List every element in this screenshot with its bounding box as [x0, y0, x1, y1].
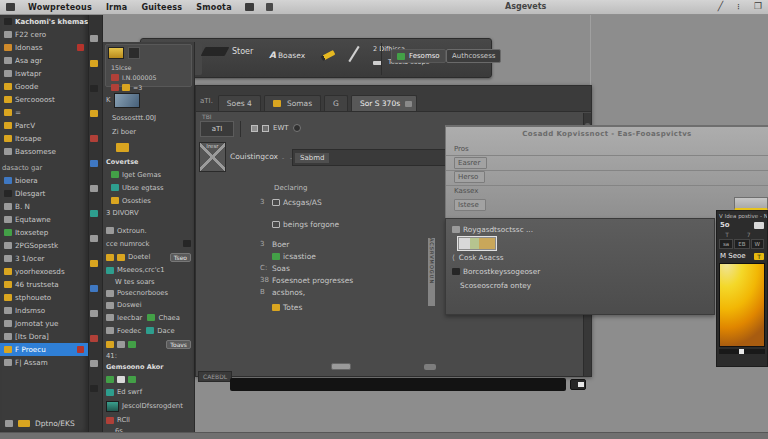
sidebar-item[interactable]: Indsmso [0, 304, 88, 317]
tree-item[interactable]: Ed swrf [103, 386, 194, 398]
sidebar-item[interactable]: stphoueto [0, 291, 88, 304]
timeline-bar[interactable] [230, 378, 566, 391]
tree-item[interactable]: Mseeos,crc'c1 [103, 264, 194, 276]
window-minimize-icon[interactable]: ╱ [718, 1, 723, 11]
sidebar-item[interactable]: F Proecu [0, 343, 88, 356]
action-icon[interactable] [183, 240, 191, 247]
tree-item[interactable]: K [103, 89, 194, 111]
preview-scrollbar[interactable] [719, 349, 765, 354]
sidebar-item[interactable]: Jomotat yue [0, 317, 88, 330]
timeline-handle-secondary[interactable] [424, 364, 436, 370]
window-close-icon[interactable]: ❐ [754, 1, 762, 11]
sidebar-item[interactable]: 2PGSopestk [0, 239, 88, 252]
tree-row-button[interactable]: Toavs [166, 340, 191, 349]
sidebar-item[interactable]: F22 cero [0, 28, 88, 41]
timeline-handle[interactable] [331, 363, 351, 370]
sidebar-item[interactable]: [Its Dora] [0, 330, 88, 343]
picker-icon[interactable] [754, 222, 764, 229]
menu-edit[interactable]: Irma [99, 3, 134, 12]
sidebar-bottom-item[interactable]: Dptno/EKS [0, 419, 89, 428]
tree-item[interactable]: Zi boer [103, 125, 194, 138]
document-tab[interactable]: Sor S 370s [351, 95, 417, 111]
tree-item[interactable] [103, 138, 194, 156]
menu-view[interactable]: Guiteess [134, 3, 189, 12]
stoer-button[interactable]: Stoer [203, 47, 253, 56]
tree-item[interactable]: Iget Gemas [103, 168, 194, 181]
sidebar-item[interactable]: Sercoooost [0, 93, 88, 106]
sidebar-item[interactable]: Dlesgart [0, 187, 88, 200]
tree-item[interactable]: IeecbarChaea [103, 311, 194, 324]
swatch-button[interactable] [734, 197, 768, 211]
image-thumbnail[interactable] [106, 401, 119, 412]
tree-item[interactable]: 3 DIVORV [103, 207, 194, 219]
gradient-swatch[interactable] [719, 263, 765, 347]
tree-item[interactable]: Toavs [103, 337, 194, 351]
sidebar-item[interactable]: Idonass [0, 41, 88, 54]
sidebar-item[interactable]: 46 trustseta [0, 278, 88, 291]
asset-mini-panel[interactable]: 15IcseI.N.000005=3 [105, 44, 192, 87]
tree-item[interactable]: Covertse [103, 156, 194, 168]
asset-thumbnail-dark[interactable] [128, 47, 140, 59]
auth-button[interactable]: Authcossess [446, 49, 501, 63]
tree-item[interactable]: W tes soars [103, 276, 194, 287]
asset-thumbnail[interactable] [108, 47, 124, 59]
preview-tab[interactable]: W [751, 239, 764, 249]
preview-tab[interactable]: sa [719, 239, 733, 249]
boasex-button[interactable]: ABoasex [269, 50, 305, 60]
menu-window[interactable]: Smoota [189, 3, 239, 12]
ati-box[interactable]: aTI [200, 121, 234, 137]
dropdown-row[interactable] [452, 236, 714, 250]
dialog-row[interactable]: Kassex [454, 184, 487, 198]
fesomso-button[interactable]: Fesomso [391, 49, 446, 63]
dialog-row[interactable]: Easrer [454, 156, 487, 170]
preview-thumbnail[interactable]: Iresr [199, 142, 226, 172]
image-thumbnail[interactable] [114, 93, 140, 108]
dropdown-row[interactable]: Roygasdtsoctssc ... [452, 222, 714, 236]
dialog-row[interactable]: Pros [454, 142, 487, 156]
sidebar-item[interactable]: dasacto gar [0, 161, 88, 174]
sidebar-item[interactable]: F| Assam [0, 356, 88, 369]
window-restore-icon[interactable]: ⁝ [737, 1, 740, 11]
frame2-icon[interactable] [262, 125, 269, 132]
document-tab[interactable]: G [324, 95, 348, 111]
sidebar-item[interactable]: = [0, 106, 88, 119]
sidebar-item[interactable]: ParcV [0, 119, 88, 132]
sidebar-item[interactable]: yoorhexoesds [0, 265, 88, 278]
frame-icon[interactable] [251, 125, 258, 132]
name-input[interactable]: Sabmd [292, 149, 450, 166]
tree-item[interactable] [103, 373, 194, 386]
record-icon[interactable] [293, 124, 301, 132]
sidebar-item[interactable]: Asa agr [0, 54, 88, 67]
tree-item[interactable]: FoedecDace [103, 324, 194, 337]
zoom-label[interactable]: 5o [720, 221, 730, 229]
sidebar-item[interactable]: bioera [0, 174, 88, 187]
grid-icon[interactable] [245, 3, 254, 11]
menu-file[interactable]: Wowpreteous [21, 3, 99, 12]
sidebar-item[interactable]: 3 1/ocer [0, 252, 88, 265]
dialog-row[interactable]: Istese [454, 198, 487, 212]
tree-item[interactable]: DoetelTseo [103, 250, 194, 264]
dropdown-row[interactable]: Borcostkeyssogeoser [452, 264, 714, 278]
tree-item[interactable]: RCll [103, 414, 194, 426]
timeline-toggle[interactable] [570, 379, 586, 390]
tree-item[interactable]: JescolDfssrogdent [103, 398, 194, 414]
sidebar-item[interactable]: Goode [0, 80, 88, 93]
sidebar-item[interactable]: Equtawne [0, 213, 88, 226]
sidebar-item[interactable]: Iswtapr [0, 67, 88, 80]
tree-item[interactable]: Ubse egtass [103, 181, 194, 194]
tree-item[interactable]: Posecnorbooes [103, 287, 194, 299]
tree-item[interactable]: 41: [103, 351, 194, 361]
dropdown-row[interactable]: ⟨Cosk Asacss [452, 250, 714, 264]
dialog-row[interactable]: Herso [454, 170, 487, 184]
sidebar-item[interactable]: Kachomi's khemas [0, 15, 88, 28]
sidebar-item[interactable]: B. N [0, 200, 88, 213]
asset-row[interactable]: I.N.000005 [108, 72, 189, 82]
dropdown-row[interactable]: Scoseoscrofa ontey [452, 278, 714, 292]
document-tab[interactable]: Somas [264, 95, 321, 111]
preview-tab[interactable]: EB [734, 239, 749, 249]
tree-row-button[interactable]: Tseo [170, 253, 191, 262]
tree-item[interactable]: Gemsoono Akor [103, 361, 194, 373]
tree-item[interactable]: Doswei [103, 299, 194, 311]
sidebar-item[interactable]: Itoxsetep [0, 226, 88, 239]
document-tab[interactable]: Soes 4 [218, 95, 261, 111]
